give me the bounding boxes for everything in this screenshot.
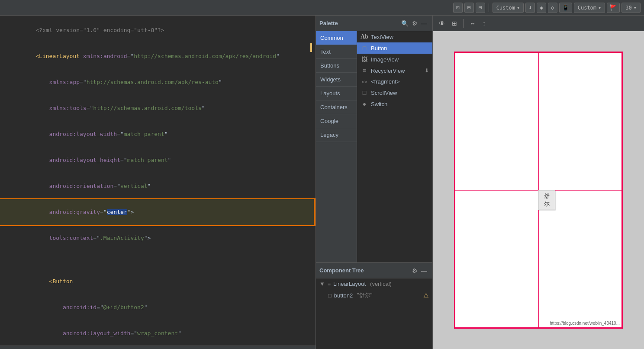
code-line-9: tools:context=".MainActivity"> [0, 225, 316, 251]
code-line-2: <LinearLayout xmlns:android="http://sche… [0, 43, 316, 69]
code-line-7-content: android:orientation="vertical" [0, 173, 312, 199]
design-toolbar: 👁 ⊞ ↔ ↕ [433, 16, 644, 31]
code-line-10-content [0, 251, 312, 260]
code-scrollbar[interactable] [0, 346, 316, 349]
grid-icon-btn[interactable]: ⊞ [464, 3, 474, 13]
palette-item-recyclerview[interactable]: ≡ RecyclerView ⬇ [357, 65, 432, 76]
shapes-icon-btn[interactable]: ◇ [548, 3, 557, 13]
palette-item-scrollview[interactable]: □ ScrollView [357, 87, 432, 98]
button2-label: button2 [334, 292, 353, 299]
code-line-13-content: android:id="@+id/button2" [0, 294, 312, 320]
tree-item-button2[interactable]: □ button2 "舒尔" ⚠ [316, 289, 432, 301]
palette-search-btn[interactable]: 🔍 [399, 19, 410, 28]
tree-expand-icon: ▼ [319, 281, 325, 287]
palette-cat-common[interactable]: Common [316, 31, 357, 45]
palette-item-textview[interactable]: Ab TextView [357, 31, 432, 42]
custom-dropdown-1[interactable]: Custom ▾ [493, 3, 524, 13]
switch-label: Switch [371, 101, 387, 107]
phone-frame-inner: 舒尔 https://blog.csdn.net/weixin_43410... [455, 53, 621, 327]
vertical-constraint-btn[interactable]: ↕ [480, 19, 488, 28]
fragment-icon: <> [361, 79, 368, 84]
layers-icon-btn[interactable]: ◈ [537, 3, 546, 13]
linearlayout-icon: ≡ [328, 281, 331, 287]
code-line-4: xmlns:tools="http://schemas.android.com/… [0, 95, 316, 121]
palette-close-btn[interactable]: — [419, 19, 429, 28]
custom-dropdown-2-arrow: ▾ [598, 5, 601, 11]
palette-item-switch[interactable]: ● Switch [357, 98, 432, 110]
recyclerview-label: RecyclerView [371, 68, 405, 74]
eye-btn[interactable]: 👁 [436, 19, 448, 28]
button-label: Button [371, 45, 387, 52]
download-icon-btn[interactable]: ⬇ [525, 3, 535, 13]
code-line-1-content: <?xml version="1.0" encoding="utf-8"?> [0, 17, 312, 43]
imageview-icon: 🖼 [361, 56, 368, 63]
imageview-label: ImageView [371, 56, 399, 63]
code-line-3-content: xmlns:app="http://schemas.android.com/ap… [0, 69, 312, 95]
device-icon-btn[interactable]: 📱 [559, 3, 572, 13]
button-icon: □ [361, 45, 368, 52]
button2-icon: □ [328, 292, 332, 299]
code-editor[interactable]: <?xml version="1.0" encoding="utf-8"?> <… [0, 16, 316, 349]
zoom-dropdown[interactable]: 30 ▾ [621, 3, 641, 13]
custom-dropdown-2[interactable]: Custom ▾ [574, 3, 605, 13]
panel-icon-btn[interactable]: ⊟ [476, 3, 485, 13]
palette-items: Ab TextView □ Button 🖼 ImageView ≡ Recyc… [357, 31, 432, 262]
code-line-11 [0, 260, 316, 268]
flag-icon-btn[interactable]: 🚩 [607, 3, 620, 13]
code-line-4-content: xmlns:tools="http://schemas.android.com/… [0, 95, 312, 121]
code-line-11-content [0, 260, 312, 268]
palette-cat-google[interactable]: Google [316, 114, 357, 128]
code-line-8-content: android:gravity="center"> [0, 199, 312, 225]
code-content[interactable]: <?xml version="1.0" encoding="utf-8"?> <… [0, 16, 316, 346]
code-line-7: android:orientation="vertical" [0, 173, 316, 199]
component-tree-settings-btn[interactable]: ⚙ [410, 266, 419, 275]
custom-dropdown-1-arrow: ▾ [517, 5, 520, 11]
palette-item-button[interactable]: □ Button [357, 42, 432, 54]
code-line-13: android:id="@+id/button2" [0, 294, 316, 320]
palette-title: Palette [319, 20, 399, 26]
palette-cat-legacy[interactable]: Legacy [316, 128, 357, 142]
code-line-6-content: android:layout_height="match_parent" [0, 147, 312, 173]
palette-settings-btn[interactable]: ⚙ [410, 19, 419, 28]
palette-body: Common Text Buttons Widgets Layouts Cont… [316, 31, 432, 262]
component-tree: Component Tree ⚙ — ▼ ≡ LinearLayout (ver… [316, 262, 432, 349]
code-line-2-content: <LinearLayout xmlns:android="http://sche… [0, 43, 310, 69]
code-line-3: xmlns:app="http://schemas.android.com/ap… [0, 69, 316, 95]
palette-panel: Palette 🔍 ⚙ — Common Text Buttons Widget… [316, 16, 433, 262]
design-preview: 👁 ⊞ ↔ ↕ 舒尔 https://blog.csdn [433, 16, 644, 349]
palette-cat-text[interactable]: Text [316, 45, 357, 59]
scrollview-label: ScrollView [371, 90, 397, 96]
recyclerview-icon: ≡ [361, 67, 368, 74]
horizontal-constraint-btn[interactable]: ↔ [467, 19, 478, 28]
palette-cat-widgets[interactable]: Widgets [316, 73, 357, 87]
separator-1 [489, 3, 489, 12]
left-panels: Palette 🔍 ⚙ — Common Text Buttons Widget… [316, 16, 433, 349]
top-toolbar: ⊡ ⊞ ⊟ Custom ▾ ⬇ ◈ ◇ 📱 Custom ▾ 🚩 30 ▾ [0, 0, 644, 16]
grid-view-btn[interactable]: ⊞ [449, 19, 460, 28]
component-tree-close-btn[interactable]: — [419, 266, 429, 275]
code-line-5-content: android:layout_width="match_parent" [0, 121, 312, 147]
palette-cat-containers[interactable]: Containers [316, 100, 357, 114]
code-line-9-content: tools:context=".MainActivity"> [0, 225, 312, 251]
tree-item-linearlayout[interactable]: ▼ ≡ LinearLayout (vertical) [316, 278, 432, 289]
palette-item-fragment[interactable]: <> <fragment> [357, 76, 432, 87]
button2-subtitle: "舒尔" [357, 291, 372, 299]
palette-cat-buttons[interactable]: Buttons [316, 59, 357, 73]
design-canvas-area[interactable]: 舒尔 https://blog.csdn.net/weixin_43410... [433, 31, 644, 349]
code-line-12: <Button [0, 268, 316, 294]
textview-icon: Ab [361, 33, 368, 40]
fragment-label: <fragment> [371, 78, 400, 85]
design-toolbar-separator-1 [463, 19, 464, 28]
component-tree-body: ▼ ≡ LinearLayout (vertical) □ button2 "舒… [316, 278, 432, 349]
scrollview-icon: □ [361, 89, 368, 96]
palette-categories: Common Text Buttons Widgets Layouts Cont… [316, 31, 357, 262]
palette-header: Palette 🔍 ⚙ — [316, 16, 432, 31]
textview-label: TextView [371, 34, 393, 40]
linearlayout-subtitle: (vertical) [370, 281, 392, 287]
phone-button[interactable]: 舒尔 [538, 190, 555, 210]
palette-item-imageview[interactable]: 🖼 ImageView [357, 54, 432, 65]
palette-cat-layouts[interactable]: Layouts [316, 87, 357, 100]
code-line-1: <?xml version="1.0" encoding="utf-8"?> [0, 17, 316, 43]
phone-frame: 舒尔 https://blog.csdn.net/weixin_43410... [454, 52, 623, 329]
design-icon-btn[interactable]: ⊡ [453, 3, 463, 13]
